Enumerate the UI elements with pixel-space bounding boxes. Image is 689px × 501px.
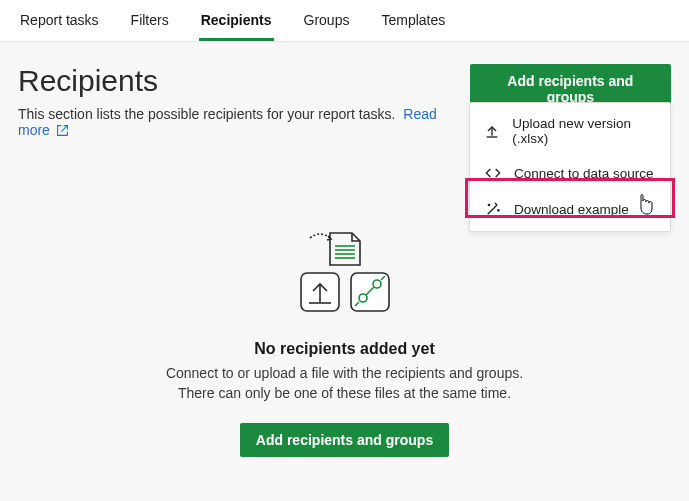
- page-subtitle: This section lists the possible recipien…: [18, 106, 470, 138]
- upload-icon: [484, 122, 500, 140]
- tab-templates[interactable]: Templates: [379, 0, 447, 41]
- menu-connect-data-source[interactable]: Connect to data source: [470, 155, 670, 191]
- tab-recipients[interactable]: Recipients: [199, 0, 274, 41]
- external-link-icon: [56, 124, 69, 137]
- menu-download-example[interactable]: Download example: [470, 191, 670, 227]
- tab-report-tasks[interactable]: Report tasks: [18, 0, 101, 41]
- subtitle-text: This section lists the possible recipien…: [18, 106, 395, 122]
- empty-add-recipients-button[interactable]: Add recipients and groups: [240, 423, 449, 457]
- top-tabs: Report tasks Filters Recipients Groups T…: [0, 0, 689, 42]
- code-icon: [484, 164, 502, 182]
- empty-text: Connect to or upload a file with the rec…: [165, 364, 525, 403]
- tab-filters[interactable]: Filters: [129, 0, 171, 41]
- wand-icon: [484, 200, 502, 218]
- empty-title: No recipients added yet: [165, 340, 525, 358]
- page-body: Recipients This section lists the possib…: [0, 42, 689, 501]
- add-dropdown-menu: Upload new version (.xlsx) Connect to da…: [469, 102, 671, 232]
- empty-state: No recipients added yet Connect to or up…: [165, 228, 525, 457]
- menu-upload-new-version[interactable]: Upload new version (.xlsx): [470, 107, 670, 155]
- menu-item-label: Connect to data source: [514, 166, 654, 181]
- menu-item-label: Upload new version (.xlsx): [512, 116, 656, 146]
- svg-point-0: [488, 204, 489, 205]
- menu-item-label: Download example: [514, 202, 629, 217]
- tab-groups[interactable]: Groups: [302, 0, 352, 41]
- empty-illustration: [275, 228, 415, 326]
- page-title: Recipients: [18, 64, 470, 98]
- svg-point-1: [498, 210, 499, 211]
